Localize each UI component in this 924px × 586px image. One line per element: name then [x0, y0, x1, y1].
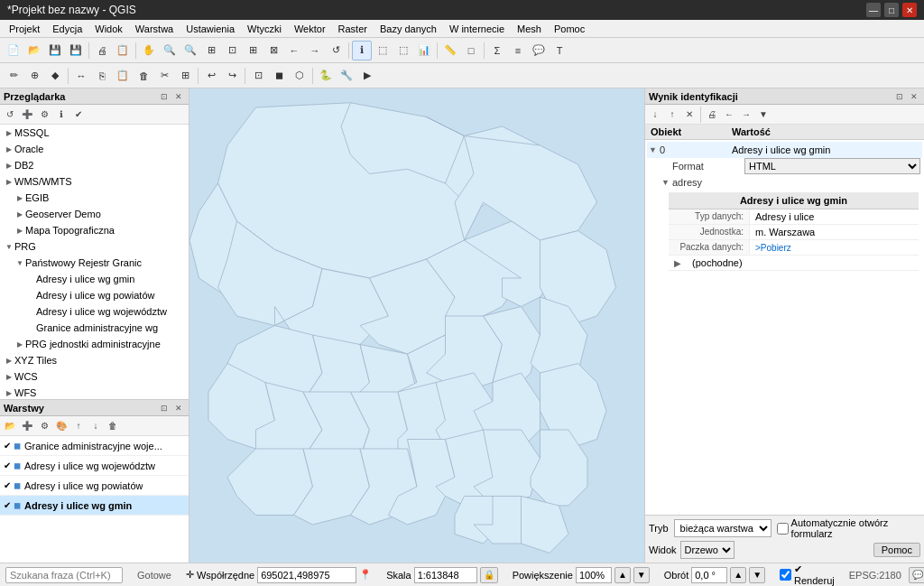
- undo-button[interactable]: ↩: [201, 66, 221, 86]
- minimize-button[interactable]: —: [866, 3, 881, 17]
- zoom-forward-button[interactable]: →: [305, 41, 325, 60]
- auto-form-checkbox[interactable]: Automatycznie otwórz formularz: [777, 520, 920, 536]
- identify-mode-select[interactable]: bieżąca warstwa: [674, 519, 772, 537]
- search-input[interactable]: [5, 567, 123, 583]
- layers-remove-button[interactable]: 🗑: [105, 418, 121, 434]
- layer-item-adresy-woj[interactable]: ✔◼Adresy i ulice wg województw: [0, 456, 189, 476]
- raster-button[interactable]: ◼: [269, 66, 289, 86]
- identify-collapse-button[interactable]: ↑: [664, 107, 680, 123]
- identify-options-button[interactable]: ▼: [755, 107, 772, 123]
- layers-float-button[interactable]: ⊡: [158, 402, 171, 414]
- package-link[interactable]: >Pobierz: [755, 243, 791, 253]
- render-checkbox[interactable]: [780, 569, 791, 581]
- print-button[interactable]: 🖨: [92, 41, 112, 60]
- zoom-all-button[interactable]: ⊡: [222, 41, 242, 60]
- identify-float-button[interactable]: ⊡: [893, 90, 906, 103]
- measure-area-button[interactable]: □: [461, 41, 481, 60]
- browser-tree-item-wms[interactable]: ▶WMS/WMTS: [0, 173, 189, 190]
- python-button[interactable]: 🐍: [316, 66, 336, 86]
- identify-row-0[interactable]: ▼ 0 Adresy i ulice wg gmin: [647, 142, 922, 158]
- layer-item-granice-woj[interactable]: ✔◼Granice administracyjne woje...: [0, 436, 189, 456]
- save-as-button[interactable]: 💾: [66, 41, 86, 60]
- identify-button[interactable]: ℹ: [352, 41, 372, 60]
- print-preview-button[interactable]: 📋: [113, 41, 133, 60]
- paste-button[interactable]: 📋: [113, 66, 133, 86]
- scale-lock-button[interactable]: 🔒: [480, 567, 498, 583]
- identify-clear-button[interactable]: ✕: [681, 107, 698, 123]
- browser-tree-item-granice[interactable]: Granice administracyjne wg: [0, 320, 189, 336]
- stats-button[interactable]: ≡: [508, 41, 528, 60]
- layers-close-button[interactable]: ✕: [172, 402, 185, 414]
- open-table-button[interactable]: 📊: [414, 41, 434, 60]
- refresh-button[interactable]: ↺: [326, 41, 346, 60]
- browser-tree-item-prg[interactable]: ▼PRG: [0, 238, 189, 255]
- layers-down-button[interactable]: ↓: [88, 418, 104, 434]
- browser-tree-item-adresy-woj[interactable]: Adresy i ulice wg województw: [0, 303, 189, 320]
- zoom-down-button[interactable]: ▼: [633, 567, 650, 583]
- copy-button[interactable]: ⎘: [92, 66, 112, 86]
- menu-projekt[interactable]: Projekt: [4, 23, 45, 35]
- browser-tree-item-egib[interactable]: ▶EGIB: [0, 190, 189, 206]
- browser-tree-item-maptopo[interactable]: ▶Mapa Topograficzna: [0, 222, 189, 238]
- new-project-button[interactable]: 📄: [4, 41, 23, 60]
- browser-collapse-button[interactable]: ℹ: [53, 107, 69, 123]
- identify-back-button[interactable]: ←: [721, 107, 737, 123]
- identify-forward-button[interactable]: →: [738, 107, 754, 123]
- zoom-up-button[interactable]: ▲: [614, 567, 631, 583]
- menu-wtyczki[interactable]: Wtyczki: [242, 23, 287, 35]
- zoom-input[interactable]: [576, 567, 612, 583]
- browser-tree-item-geoserver[interactable]: ▶Geoserver Demo: [0, 206, 189, 222]
- script-button[interactable]: 💬: [529, 41, 549, 60]
- identify-close-button[interactable]: ✕: [908, 90, 920, 103]
- deselect-button[interactable]: ⬚: [393, 41, 413, 60]
- zoom-back-button[interactable]: ←: [284, 41, 304, 60]
- browser-tree-item-wfs[interactable]: ▶WFS: [0, 385, 189, 399]
- browser-tree-item-oracle[interactable]: ▶Oracle: [0, 141, 189, 157]
- console-button[interactable]: ▶: [357, 66, 377, 86]
- measure-button[interactable]: 📏: [440, 41, 460, 60]
- menu-mesh[interactable]: Mesh: [512, 23, 547, 35]
- map-canvas[interactable]: [189, 88, 644, 563]
- zoom-window-button[interactable]: ⊞: [201, 41, 221, 60]
- browser-float-button[interactable]: ⊡: [158, 90, 171, 103]
- identify-expand-button[interactable]: ↓: [647, 107, 663, 123]
- format-select[interactable]: HTML Tekst: [744, 158, 920, 174]
- layer-item-adresy-gmin[interactable]: ✔◼Adresy i ulice wg gmin: [0, 496, 189, 516]
- crs-button[interactable]: 💬: [909, 567, 924, 583]
- debug-button[interactable]: 🔧: [337, 66, 356, 86]
- browser-add-button[interactable]: ➕: [19, 107, 35, 123]
- menu-widok[interactable]: Widok: [89, 23, 128, 35]
- identify-row-adresy[interactable]: ▼ adresy: [647, 174, 922, 191]
- pan-map-button[interactable]: ↔: [71, 66, 91, 86]
- zoom-selection-button[interactable]: ⊞: [243, 41, 263, 60]
- layers-add-button[interactable]: ➕: [19, 418, 35, 434]
- rotation-input[interactable]: [691, 567, 727, 583]
- menu-wektor[interactable]: Wektor: [289, 23, 331, 35]
- browser-tree-item-xyz[interactable]: ▶XYZ Tiles: [0, 352, 189, 368]
- menu-bazy[interactable]: Bazy danych: [374, 23, 442, 35]
- identify-print-button[interactable]: 🖨: [704, 107, 720, 123]
- edit-button[interactable]: ✏: [4, 66, 23, 86]
- maximize-button[interactable]: □: [884, 3, 899, 17]
- calculator-button[interactable]: Σ: [487, 41, 507, 60]
- view-select[interactable]: Drzewo: [680, 541, 735, 559]
- menu-internet[interactable]: W internecie: [444, 23, 510, 35]
- spatial-button[interactable]: ⬡: [290, 66, 310, 86]
- save-project-button[interactable]: 💾: [45, 41, 65, 60]
- browser-filter-button[interactable]: ⚙: [36, 107, 52, 123]
- render-label[interactable]: ✔ Renderuj: [780, 567, 835, 583]
- menu-raster[interactable]: Raster: [333, 23, 373, 35]
- layers-filter-button[interactable]: ⚙: [36, 418, 52, 434]
- menu-pomoc[interactable]: Pomoc: [549, 23, 590, 35]
- browser-close-button[interactable]: ✕: [172, 90, 185, 103]
- browser-tree-item-panstw[interactable]: ▼Państwowy Rejestr Granic: [0, 255, 189, 271]
- merge-button[interactable]: ⊞: [175, 66, 195, 86]
- browser-tree-item-adresy-gmin[interactable]: Adresy i ulice wg gmin: [0, 271, 189, 287]
- cut-button[interactable]: ✂: [154, 66, 174, 86]
- browser-refresh-button[interactable]: ↺: [2, 107, 18, 123]
- zoom-in-button[interactable]: 🔍: [160, 41, 180, 60]
- menu-warstwa[interactable]: Warstwa: [130, 23, 179, 35]
- layer-item-adresy-pow[interactable]: ✔◼Adresy i ulice wg powiatów: [0, 476, 189, 496]
- label-button[interactable]: T: [550, 41, 569, 60]
- browser-tree-item-adresy-pow[interactable]: Adresy i ulice wg powiatów: [0, 287, 189, 303]
